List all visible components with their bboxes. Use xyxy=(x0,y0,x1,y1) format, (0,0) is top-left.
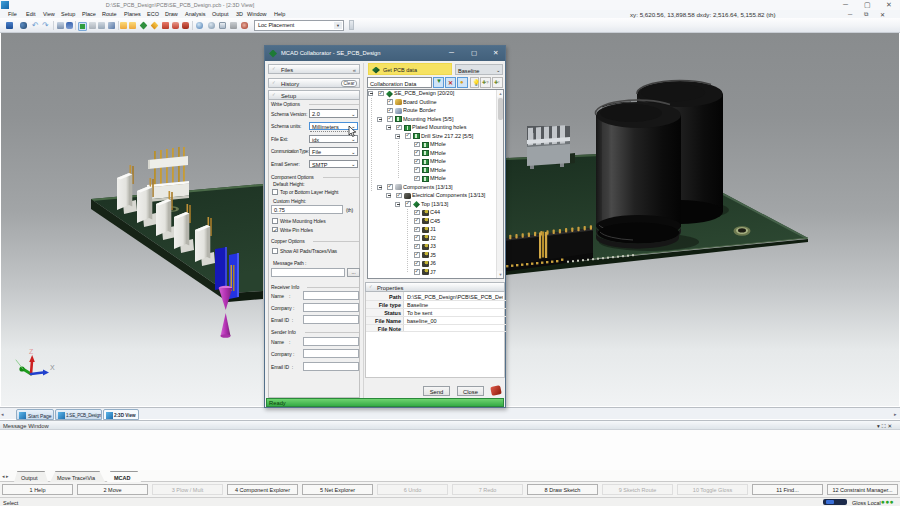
svg-text:X: X xyxy=(50,364,55,371)
svg-text:Z: Z xyxy=(29,348,34,355)
